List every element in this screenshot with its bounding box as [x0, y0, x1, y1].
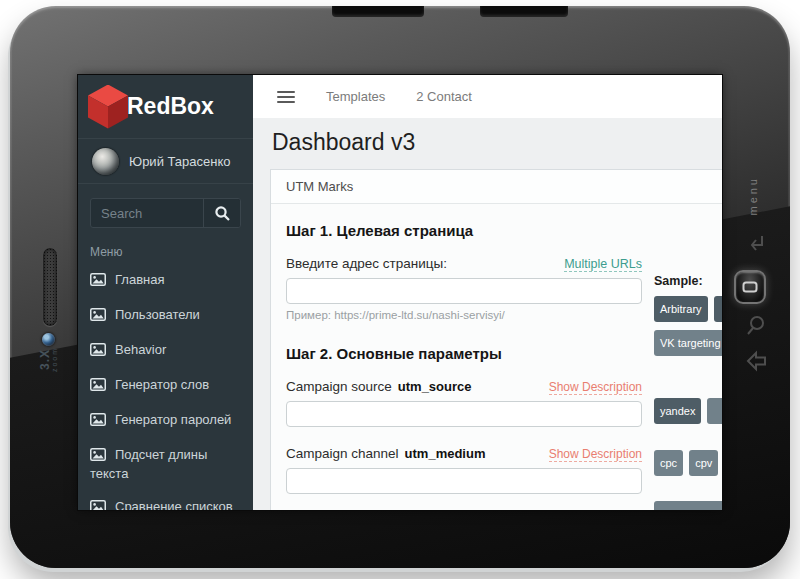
sidebar-item-label: Генератор паролей [115, 412, 231, 427]
nav-link-templates[interactable]: Templates [326, 89, 385, 104]
sample-button-clipped[interactable] [707, 398, 722, 424]
nav-link-contact[interactable]: 2 Contact [416, 89, 472, 104]
show-description-link[interactable]: Show Description [549, 380, 642, 395]
step1-title: Шаг 1. Целевая страница [286, 222, 722, 239]
url-input[interactable] [286, 278, 642, 304]
home-button-glyph [742, 281, 758, 293]
sidebar-item-label: Пользователи [115, 307, 200, 322]
sidebar-search [90, 198, 241, 228]
volume-button[interactable] [480, 6, 568, 17]
logo[interactable]: RedBox [78, 75, 253, 138]
sidebar-item-glavnaya[interactable]: Главная [78, 263, 253, 298]
sample-button-clipped[interactable] [714, 296, 722, 322]
sidebar-item-label: Сравнение списков ключевых фраз [90, 499, 233, 510]
menu-header: Меню [90, 245, 241, 259]
sample-button-arbitrary[interactable]: Arbitrary [654, 296, 708, 322]
sidebar-item-label: Генератор слов [115, 377, 209, 392]
sample-button-campaign-id[interactable]: {campaign_id [654, 501, 722, 510]
zoom-badge: 3.X zoom [39, 330, 58, 390]
sample-label: Sample: [654, 274, 722, 288]
sidebar-item-polzovateli[interactable]: Пользователи [78, 298, 253, 333]
menu-side-label: menu [747, 176, 759, 216]
avatar [92, 148, 119, 175]
image-icon [90, 500, 106, 510]
step2-form: Campaign sourceutm_source Show Descripti… [286, 379, 642, 510]
sidebar-item-label: Behavior [115, 342, 166, 357]
menu-list: Главная Пользователи Behavior Генератор … [78, 263, 253, 510]
search-icon [214, 205, 231, 222]
sidebar-item-sravnenie-spiskov[interactable]: Сравнение списков ключевых фраз [78, 490, 253, 510]
utm-source-input[interactable] [286, 401, 642, 427]
field-utm-source: Campaign sourceutm_source Show Descripti… [286, 379, 642, 427]
multiple-urls-link[interactable]: Multiple URLs [564, 257, 642, 272]
sidebar-item-generator-paroley[interactable]: Генератор паролей [78, 403, 253, 438]
tablet-frame: 3.X zoom menu RedBox [10, 6, 790, 568]
image-icon [90, 378, 106, 395]
step1-form: Введите адрес страницы: Multiple URLs Пр… [286, 256, 642, 321]
sidebar-item-label: Главная [115, 272, 164, 287]
search-hw-icon[interactable] [745, 314, 767, 342]
url-field-label: Введите адрес страницы: [286, 256, 447, 271]
search-input[interactable] [91, 199, 203, 227]
sidebar-item-behavior[interactable]: Behavior [78, 333, 253, 368]
field-utm-medium: Campaign channelutm_medium Show Descript… [286, 446, 642, 494]
utm-panel: UTM Marks Шаг 1. Целевая страница Введит… [270, 169, 722, 510]
logo-text: RedBox [127, 93, 214, 120]
show-description-link[interactable]: Show Description [549, 447, 642, 462]
home-button[interactable] [734, 270, 766, 304]
zoom-badge-label: zoom [51, 330, 58, 390]
user-name: Юрий Тарасенко [129, 154, 231, 169]
url-hint: Пример: https://prime-ltd.su/nashi-servi… [286, 309, 642, 321]
sidebar-item-podschet-dliny[interactable]: Подсчет длины текста [78, 438, 253, 490]
sample-button-cpv[interactable]: cpv [689, 450, 718, 476]
zoom-badge-value: 3.X [39, 330, 51, 390]
sample-button-cpc[interactable]: cpc [654, 450, 683, 476]
sample-button-vk-targeting[interactable]: VK targeting [654, 330, 722, 356]
speaker-grille [43, 248, 57, 326]
image-icon [90, 343, 106, 360]
sidebar-item-label: Подсчет длины текста [90, 447, 207, 481]
user-profile[interactable]: Юрий Тарасенко [78, 138, 253, 184]
field-label: Campaign channelutm_medium [286, 446, 485, 461]
image-icon [90, 273, 106, 290]
image-icon [90, 448, 106, 465]
hamburger-icon[interactable] [277, 88, 295, 106]
main-area: Templates 2 Contact Dashboard v3 UTM Mar… [253, 75, 722, 510]
redbox-cube-icon [88, 85, 128, 129]
power-button[interactable] [332, 6, 424, 17]
sample-column: Sample: Arbitrary VK targeting yandex [654, 274, 722, 510]
utm-medium-input[interactable] [286, 468, 642, 494]
tablet-screen: RedBox Юрий Тарасенко Меню Главная Польз… [78, 75, 722, 510]
back-arrow-icon[interactable] [745, 350, 769, 376]
sidebar-item-generator-slov[interactable]: Генератор слов [78, 368, 253, 403]
image-icon [90, 413, 106, 430]
image-icon [90, 308, 106, 325]
panel-body: Шаг 1. Целевая страница Введите адрес ст… [271, 204, 722, 510]
sidebar: RedBox Юрий Тарасенко Меню Главная Польз… [78, 75, 253, 510]
utm-code: utm_medium [405, 446, 486, 461]
page-title: Dashboard v3 [272, 129, 722, 156]
return-arrow-icon[interactable] [745, 232, 769, 260]
top-navbar: Templates 2 Contact [253, 75, 722, 118]
sample-button-yandex[interactable]: yandex [654, 398, 701, 424]
field-label: Campaign sourceutm_source [286, 379, 472, 394]
utm-code: utm_source [398, 379, 472, 394]
search-button[interactable] [203, 199, 240, 227]
panel-header: UTM Marks [271, 170, 722, 204]
